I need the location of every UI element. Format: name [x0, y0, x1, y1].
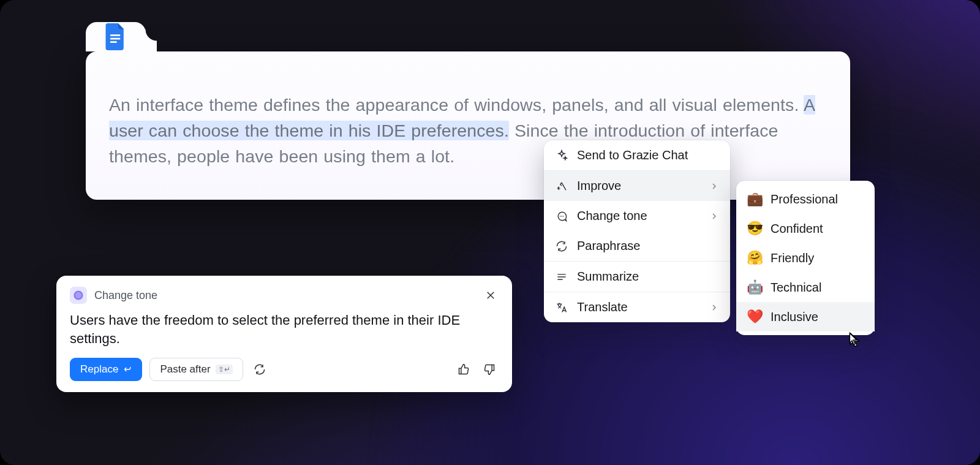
chat-icon	[556, 210, 568, 222]
paste-after-hint: ⇧↵	[216, 365, 233, 374]
refresh-cw-icon-wrap	[555, 240, 568, 253]
tone-item-professional[interactable]: 💼Professional	[736, 184, 875, 214]
tone-item-confident[interactable]: 😎Confident	[736, 214, 875, 243]
sparkle-icon	[555, 149, 568, 162]
chevron-right-icon	[709, 303, 719, 312]
ctx-item-paraphrase[interactable]: Paraphrase	[544, 231, 730, 261]
close-icon	[485, 290, 496, 301]
google-doc-icon	[105, 23, 126, 50]
tone-item-label: Friendly	[771, 251, 814, 265]
suggestion-title: Change tone	[94, 289, 475, 302]
ctx-item-translate[interactable]: Translate	[544, 292, 730, 322]
grazie-logo-icon	[70, 287, 87, 304]
tone-item-label: Professional	[771, 192, 838, 206]
translate-icon	[556, 301, 568, 314]
improve-icon	[556, 180, 568, 192]
doc-text-before: An interface theme defines the appearanc…	[109, 95, 804, 115]
thumbs-up-icon	[458, 363, 470, 376]
ctx-send-to-chat[interactable]: Send to Grazie Chat	[544, 140, 730, 170]
ctx-item-label: Paraphrase	[577, 239, 719, 253]
tone-item-label: Technical	[771, 281, 821, 295]
tone-emoji: 💼	[747, 192, 762, 206]
enter-icon	[123, 365, 132, 374]
suggestion-text: Users have the freedom to select the pre…	[70, 311, 499, 348]
svg-rect-2	[110, 41, 117, 43]
chevron-right-icon	[709, 181, 719, 191]
refresh-icon	[254, 363, 266, 376]
ctx-item-label: Improve	[577, 179, 701, 193]
ctx-item-label: Summarize	[577, 270, 719, 284]
tone-item-inclusive[interactable]: ❤️Inclusive	[736, 302, 875, 331]
thumbs-up-button[interactable]	[454, 360, 473, 379]
ctx-item-label: Translate	[577, 300, 701, 314]
tone-emoji: 😎	[747, 221, 762, 236]
ctx-item-improve[interactable]: Improve	[544, 171, 730, 201]
tone-submenu: 💼Professional😎Confident🤗Friendly🤖Technic…	[736, 181, 875, 335]
suggestion-card: Change tone Users have the freedom to se…	[56, 276, 512, 392]
close-button[interactable]	[483, 287, 499, 303]
chevron-right-icon	[709, 211, 719, 221]
translate-icon-wrap	[555, 301, 568, 314]
text-lines-icon-wrap	[555, 270, 568, 284]
tone-emoji: 🤗	[747, 251, 762, 265]
tone-item-label: Confident	[771, 222, 823, 236]
document-tab	[86, 22, 146, 51]
ctx-item-change-tone[interactable]: Change tone	[544, 201, 730, 231]
thumbs-down-button[interactable]	[480, 360, 499, 379]
tone-item-label: Inclusive	[771, 310, 818, 324]
svg-point-4	[561, 216, 562, 217]
improve-icon-wrap	[555, 180, 568, 193]
svg-rect-1	[110, 38, 121, 40]
ctx-item-summarize[interactable]: Summarize	[544, 262, 730, 292]
tone-emoji: ❤️	[747, 309, 762, 324]
ctx-item-label: Change tone	[577, 209, 701, 223]
ctx-send-label: Send to Grazie Chat	[577, 148, 719, 162]
chat-icon-wrap	[555, 210, 568, 223]
tone-emoji: 🤖	[747, 280, 762, 295]
replace-button[interactable]: Replace	[70, 358, 142, 381]
tone-item-friendly[interactable]: 🤗Friendly	[736, 243, 875, 273]
paste-after-label: Paste after	[160, 363, 210, 376]
svg-point-5	[563, 216, 564, 217]
replace-button-label: Replace	[80, 363, 118, 376]
paste-after-button[interactable]: Paste after ⇧↵	[149, 358, 243, 381]
regenerate-button[interactable]	[251, 360, 269, 379]
summarize-icon	[556, 271, 568, 283]
paraphrase-icon	[556, 240, 568, 252]
thumbs-down-icon	[483, 363, 496, 376]
svg-rect-0	[110, 34, 121, 36]
document-card: An interface theme defines the appearanc…	[86, 51, 850, 200]
tone-item-technical[interactable]: 🤖Technical	[736, 273, 875, 302]
context-menu: Send to Grazie Chat ImproveChange tonePa…	[544, 140, 730, 322]
svg-point-3	[560, 216, 561, 217]
